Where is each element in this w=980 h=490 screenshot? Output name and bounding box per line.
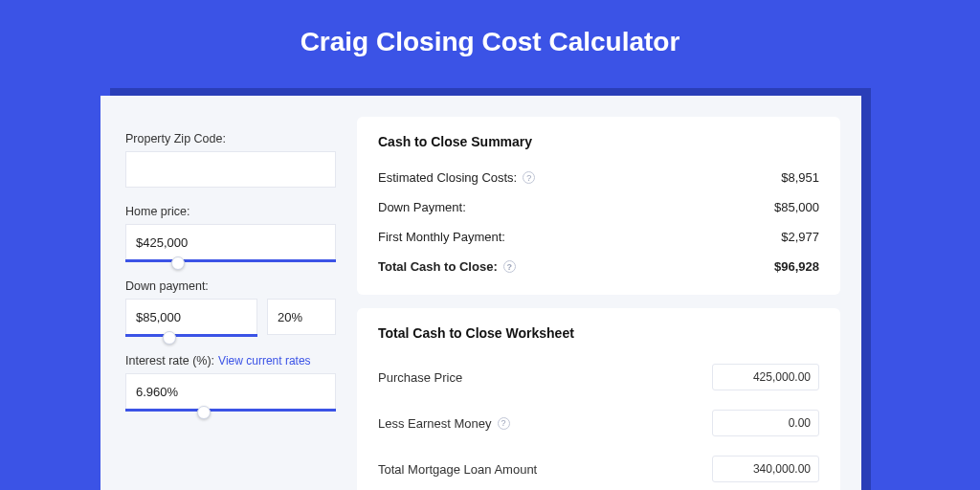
results-column: Cash to Close Summary Estimated Closing … <box>349 96 861 490</box>
summary-row-value: $2,977 <box>781 230 819 244</box>
help-icon[interactable]: ? <box>498 417 510 430</box>
zip-label: Property Zip Code: <box>125 132 336 145</box>
home-price-input[interactable] <box>125 224 336 260</box>
interest-input[interactable] <box>125 373 336 410</box>
down-payment-input[interactable] <box>125 299 257 335</box>
down-payment-field <box>125 299 257 335</box>
help-icon[interactable]: ? <box>503 260 516 273</box>
summary-row-value: $8,951 <box>781 170 819 185</box>
zip-input[interactable] <box>125 151 336 188</box>
help-icon[interactable]: ? <box>523 171 535 184</box>
view-rates-link[interactable]: View current rates <box>218 354 311 368</box>
home-price-field <box>125 224 336 260</box>
worksheet-card: Total Cash to Close Worksheet Purchase P… <box>357 308 840 490</box>
inputs-column: Property Zip Code: Home price: Down paym… <box>100 96 349 490</box>
summary-row-label: First Monthly Payment: <box>378 230 505 244</box>
summary-row-value: $85,000 <box>774 200 819 214</box>
summary-row: First Monthly Payment: $2,977 <box>378 222 819 252</box>
page-title: Craig Closing Cost Calculator <box>0 0 980 78</box>
summary-heading: Cash to Close Summary <box>378 134 819 149</box>
worksheet-row: Purchase Price <box>378 354 819 400</box>
worksheet-row: Total Mortgage Loan Amount <box>378 446 819 490</box>
home-price-label: Home price: <box>125 205 336 218</box>
worksheet-heading: Total Cash to Close Worksheet <box>378 325 819 341</box>
down-payment-slider[interactable] <box>125 334 257 337</box>
worksheet-row-label: Less Earnest Money <box>378 416 492 431</box>
summary-row-label: Down Payment: <box>378 200 466 214</box>
interest-field <box>125 373 336 410</box>
worksheet-row: Less Earnest Money ? <box>378 400 819 446</box>
worksheet-row-input[interactable] <box>712 456 819 482</box>
summary-row: Down Payment: $85,000 <box>378 192 819 222</box>
worksheet-row-label: Purchase Price <box>378 370 462 385</box>
summary-card: Cash to Close Summary Estimated Closing … <box>357 117 840 295</box>
summary-total-label: Total Cash to Close: <box>378 259 498 274</box>
down-payment-pct-field <box>267 299 336 335</box>
interest-slider[interactable] <box>125 409 336 412</box>
interest-label: Interest rate (%): <box>125 354 214 368</box>
summary-total-value: $96,928 <box>774 259 819 274</box>
calculator-panel: Property Zip Code: Home price: Down paym… <box>100 96 861 490</box>
down-payment-label: Down payment: <box>125 279 336 293</box>
worksheet-row-input[interactable] <box>712 410 819 436</box>
down-payment-pct-input[interactable] <box>267 299 336 335</box>
home-price-slider[interactable] <box>125 259 336 262</box>
summary-total-row: Total Cash to Close: ? $96,928 <box>378 252 819 281</box>
summary-row-label: Estimated Closing Costs: <box>378 170 517 185</box>
worksheet-row-label: Total Mortgage Loan Amount <box>378 462 537 477</box>
worksheet-row-input[interactable] <box>712 364 819 390</box>
summary-row: Estimated Closing Costs: ? $8,951 <box>378 163 819 192</box>
